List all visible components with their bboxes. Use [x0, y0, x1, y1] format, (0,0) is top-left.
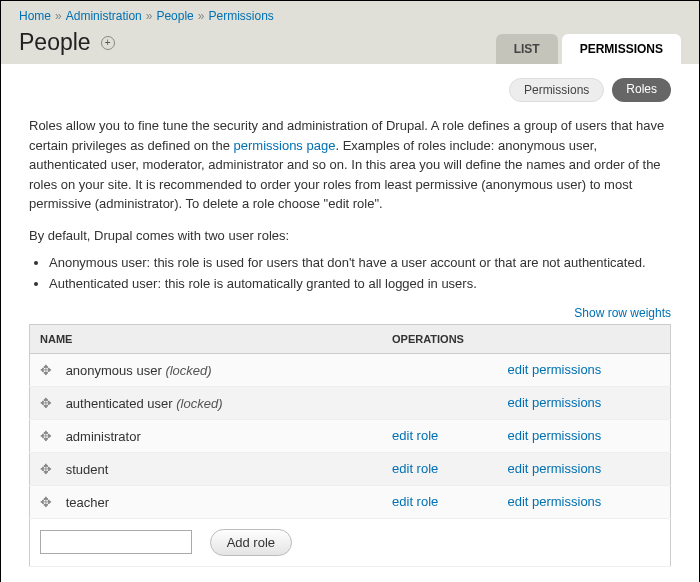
table-row: ✥ studentedit roleedit permissions	[30, 452, 671, 485]
drag-handle-icon[interactable]: ✥	[40, 461, 52, 477]
intro-text: Roles allow you to fine tune the securit…	[29, 116, 671, 214]
bullet-anonymous: Anonymous user: this role is used for us…	[49, 253, 671, 274]
role-name: student	[66, 462, 109, 477]
drag-handle-icon[interactable]: ✥	[40, 362, 52, 378]
default-roles-intro: By default, Drupal comes with two user r…	[29, 226, 671, 246]
table-row: ✥ anonymous user (locked)edit permission…	[30, 353, 671, 386]
edit-role-link[interactable]: edit role	[392, 494, 438, 509]
edit-permissions-link[interactable]: edit permissions	[507, 428, 601, 443]
tab-list[interactable]: List	[496, 34, 558, 64]
role-name: anonymous user	[66, 363, 162, 378]
breadcrumb-home[interactable]: Home	[19, 9, 51, 23]
breadcrumb: Home»Administration»People»Permissions	[19, 9, 681, 29]
role-name: teacher	[66, 495, 109, 510]
edit-role-link[interactable]: edit role	[392, 428, 438, 443]
locked-label: (locked)	[176, 396, 222, 411]
edit-role-link[interactable]: edit role	[392, 461, 438, 476]
tab-permissions[interactable]: Permissions	[562, 34, 681, 64]
page-title-text: People	[19, 29, 91, 56]
edit-permissions-link[interactable]: edit permissions	[507, 362, 601, 377]
breadcrumb-permissions[interactable]: Permissions	[208, 9, 273, 23]
edit-permissions-link[interactable]: edit permissions	[507, 494, 601, 509]
table-row: ✥ administratoredit roleedit permissions	[30, 419, 671, 452]
drag-handle-icon[interactable]: ✥	[40, 395, 52, 411]
role-name: administrator	[66, 429, 141, 444]
primary-tabs: List Permissions	[496, 34, 681, 64]
secondary-tabs: Permissions Roles	[29, 78, 671, 102]
add-role-input[interactable]	[40, 530, 192, 554]
role-name: authenticated user	[66, 396, 173, 411]
edit-permissions-link[interactable]: edit permissions	[507, 395, 601, 410]
roles-table: NAME OPERATIONS ✥ anonymous user (locked…	[29, 324, 671, 567]
page-title: People +	[19, 29, 115, 64]
subtab-permissions[interactable]: Permissions	[509, 78, 604, 102]
breadcrumb-admin[interactable]: Administration	[66, 9, 142, 23]
drag-handle-icon[interactable]: ✥	[40, 428, 52, 444]
show-row-weights-link[interactable]: Show row weights	[574, 306, 671, 320]
col-ops-header: OPERATIONS	[382, 324, 497, 353]
bullet-authenticated: Authenticated user: this role is automat…	[49, 274, 671, 295]
add-role-button[interactable]: Add role	[210, 529, 292, 556]
drag-handle-icon[interactable]: ✥	[40, 494, 52, 510]
default-roles-list: Anonymous user: this role is used for us…	[49, 253, 671, 295]
table-row: ✥ authenticated user (locked)edit permis…	[30, 386, 671, 419]
breadcrumb-people[interactable]: People	[156, 9, 193, 23]
plus-icon[interactable]: +	[101, 36, 115, 50]
col-name-header: NAME	[30, 324, 383, 353]
locked-label: (locked)	[165, 363, 211, 378]
table-row: ✥ teacheredit roleedit permissions	[30, 485, 671, 518]
edit-permissions-link[interactable]: edit permissions	[507, 461, 601, 476]
permissions-page-link[interactable]: permissions page	[234, 138, 336, 153]
subtab-roles[interactable]: Roles	[612, 78, 671, 102]
